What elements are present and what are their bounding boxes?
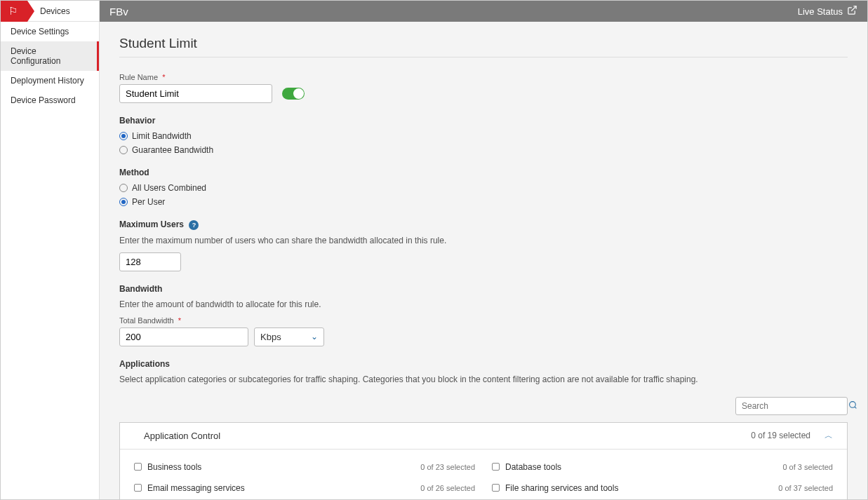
category-label: Email messaging services: [147, 483, 245, 493]
sidebar-item-deployment-history[interactable]: Deployment History: [1, 71, 99, 90]
applications-hint: Select application categories or subcate…: [119, 374, 848, 384]
rule-name-label: Rule Name *: [119, 73, 848, 81]
category-count: 0 of 3 selected: [782, 463, 833, 471]
rule-name-input[interactable]: [119, 84, 272, 103]
main: FBv Live Status Student Limit Rule Name …: [100, 1, 867, 499]
behavior-limit-label: Limit Bandwidth: [132, 131, 192, 141]
max-users-input[interactable]: [119, 252, 181, 271]
flame-icon[interactable]: ⚐: [1, 1, 27, 22]
content-area: Student Limit Rule Name * Behavior Limit…: [100, 22, 867, 499]
applications-heading: Applications: [119, 359, 848, 369]
category-count: 0 of 37 selected: [778, 484, 833, 492]
live-status-label: Live Status: [798, 6, 843, 17]
help-icon[interactable]: ?: [189, 220, 199, 230]
behavior-heading: Behavior: [119, 116, 848, 126]
sidebar: ⚐ Devices Device Settings Device Configu…: [1, 1, 100, 499]
category-count: 0 of 23 selected: [420, 463, 475, 471]
search-box[interactable]: [735, 397, 848, 415]
application-control-title: Application Control: [144, 431, 220, 441]
sidebar-header: ⚐ Devices: [1, 1, 99, 22]
method-per-user-radio[interactable]: Per User: [119, 197, 848, 207]
application-control-header[interactable]: Application Control 0 of 19 selected ︿: [120, 423, 847, 450]
category-file-sharing[interactable]: File sharing services and tools 0 of 37 …: [492, 483, 833, 493]
live-status-button[interactable]: Live Status: [798, 5, 857, 18]
method-all-label: All Users Combined: [132, 183, 206, 193]
bandwidth-unit-select[interactable]: Kbps ⌄: [254, 327, 324, 346]
svg-point-1: [850, 401, 856, 407]
checkbox-icon[interactable]: [492, 484, 500, 492]
checkbox-icon[interactable]: [134, 463, 142, 471]
category-database-tools[interactable]: Database tools 0 of 3 selected: [492, 462, 833, 472]
application-control-count: 0 of 19 selected: [751, 431, 810, 440]
checkbox-icon[interactable]: [134, 484, 142, 492]
bandwidth-hint: Enter the amount of bandwidth to allocat…: [119, 299, 848, 309]
chevron-up-icon: ︿: [824, 430, 833, 442]
search-icon[interactable]: [848, 400, 857, 412]
radio-unchecked-icon: [119, 146, 128, 154]
category-label: Business tools: [147, 462, 201, 472]
method-heading: Method: [119, 168, 848, 177]
max-users-hint: Enter the maximum number of users who ca…: [119, 236, 848, 245]
method-all-radio[interactable]: All Users Combined: [119, 183, 848, 193]
svg-line-0: [851, 6, 856, 11]
category-count: 0 of 26 selected: [420, 484, 475, 492]
chevron-down-icon: ⌄: [311, 332, 318, 342]
open-external-icon: [847, 5, 857, 18]
behavior-guarantee-label: Guarantee Bandwidth: [132, 145, 213, 155]
max-users-heading: Maximum Users ?: [119, 219, 848, 230]
application-control-panel: Application Control 0 of 19 selected ︿ B…: [119, 422, 848, 499]
radio-unchecked-icon: [119, 184, 128, 192]
behavior-limit-radio[interactable]: Limit Bandwidth: [119, 131, 848, 141]
enable-toggle[interactable]: [282, 88, 305, 100]
behavior-guarantee-radio[interactable]: Guarantee Bandwidth: [119, 145, 848, 155]
method-per-user-label: Per User: [132, 197, 165, 207]
category-label: Database tools: [505, 462, 561, 472]
page-title: Student Limit: [119, 36, 848, 58]
topbar: FBv Live Status: [100, 1, 867, 22]
radio-checked-icon: [119, 132, 128, 140]
bandwidth-unit-value: Kbps: [260, 332, 281, 342]
total-bandwidth-input[interactable]: [119, 327, 248, 346]
sidebar-item-device-password[interactable]: Device Password: [1, 90, 99, 110]
checkbox-icon[interactable]: [492, 463, 500, 471]
bandwidth-heading: Bandwidth: [119, 284, 848, 294]
category-business-tools[interactable]: Business tools 0 of 23 selected: [134, 462, 475, 472]
category-email-messaging[interactable]: Email messaging services 0 of 26 selecte…: [134, 483, 475, 493]
page-context-title: FBv: [109, 6, 128, 18]
total-bandwidth-label: Total Bandwidth *: [119, 316, 248, 325]
sidebar-item-device-configuration[interactable]: Device Configuration: [1, 41, 99, 71]
radio-checked-icon: [119, 198, 128, 206]
svg-line-2: [855, 407, 856, 408]
sidebar-item-device-settings[interactable]: Device Settings: [1, 22, 99, 41]
breadcrumb[interactable]: Devices: [40, 6, 70, 16]
search-input[interactable]: [740, 398, 848, 414]
category-label: File sharing services and tools: [505, 483, 618, 493]
